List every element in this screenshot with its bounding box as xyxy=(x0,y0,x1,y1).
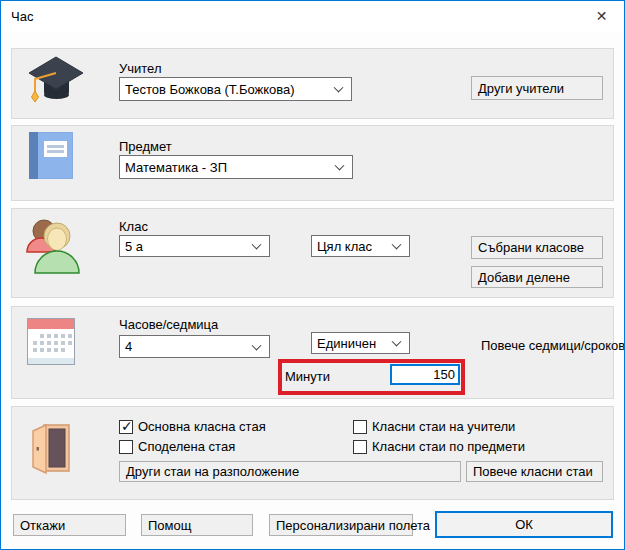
chevron-down-icon xyxy=(335,161,345,171)
class-select-value: 5 а xyxy=(125,239,143,254)
students-icon xyxy=(21,216,83,274)
periods-select[interactable]: 4 xyxy=(119,335,270,358)
calendar-icon xyxy=(27,318,75,365)
subject-rooms-checkrow[interactable]: Класни стаи по предмети xyxy=(353,439,525,454)
subject-select-value: Математика - ЗП xyxy=(125,160,227,175)
class-scope-value: Цял клас xyxy=(317,239,372,254)
joint-classes-button[interactable]: Събрани класове xyxy=(471,236,603,259)
more-weeks-label[interactable]: Повече седмици/сроков xyxy=(481,338,625,353)
cancel-button[interactable]: Откажи xyxy=(13,514,126,536)
home-classroom-checkrow[interactable]: Основна класна стая xyxy=(119,419,266,434)
minutes-label: Минути xyxy=(285,369,330,384)
add-division-button[interactable]: Добави делене xyxy=(471,266,603,288)
section-rooms: Основна класна стая Споделена стая Класн… xyxy=(11,406,614,500)
subject-rooms-checkbox[interactable] xyxy=(353,440,367,454)
class-label: Клас xyxy=(119,219,148,234)
close-icon[interactable]: ✕ xyxy=(579,1,624,31)
book-icon xyxy=(29,132,73,179)
titlebar: Час ✕ xyxy=(1,1,624,31)
class-scope-select[interactable]: Цял клас xyxy=(311,235,410,257)
teacher-select-value: Тестов Божкова (Т.Божкова) xyxy=(125,82,295,97)
subject-rooms-label: Класни стаи по предмети xyxy=(372,439,525,454)
teacher-rooms-checkrow[interactable]: Класни стаи на учители xyxy=(353,419,515,434)
periods-label: Часове/седмица xyxy=(119,317,218,332)
other-rooms-button[interactable]: Други стаи на разположение xyxy=(119,461,461,482)
period-type-select[interactable]: Единичен xyxy=(311,332,410,354)
dialog-window: Час ✕ Учител Тестов Божкова (Т.Божкова) … xyxy=(0,0,625,550)
window-title: Час xyxy=(1,9,33,24)
teacher-rooms-label: Класни стаи на учители xyxy=(372,419,515,434)
other-teachers-button[interactable]: Други учители xyxy=(471,76,603,100)
section-subject: Предмет Математика - ЗП xyxy=(11,125,614,201)
periods-select-value: 4 xyxy=(125,339,132,354)
section-periods: Часове/седмица 4 Единичен Повече седмици… xyxy=(11,306,614,399)
home-classroom-label: Основна класна стая xyxy=(138,419,266,434)
more-rooms-button[interactable]: Повече класни стаи xyxy=(466,461,603,482)
help-button[interactable]: Помощ xyxy=(141,514,253,536)
chevron-down-icon xyxy=(392,337,402,347)
class-select[interactable]: 5 а xyxy=(119,235,270,257)
minutes-input[interactable] xyxy=(390,364,460,385)
teacher-select[interactable]: Тестов Божкова (Т.Божкова) xyxy=(119,77,352,101)
teacher-label: Учител xyxy=(119,61,162,76)
shared-room-label: Споделена стая xyxy=(138,439,235,454)
chevron-down-icon xyxy=(334,83,344,93)
home-classroom-checkbox[interactable] xyxy=(119,420,133,434)
subject-select[interactable]: Математика - ЗП xyxy=(119,155,353,179)
section-class: Клас 5 а Цял клас Събрани класове Добави… xyxy=(11,208,614,298)
ok-button[interactable]: ОК xyxy=(435,511,613,538)
chevron-down-icon xyxy=(252,240,262,250)
section-teacher: Учител Тестов Божкова (Т.Божкова) Други … xyxy=(11,48,614,119)
chevron-down-icon xyxy=(252,340,262,350)
chevron-down-icon xyxy=(392,240,402,250)
shared-room-checkbox[interactable] xyxy=(119,440,133,454)
shared-room-checkrow[interactable]: Споделена стая xyxy=(119,439,235,454)
period-type-value: Единичен xyxy=(317,336,376,351)
graduation-cap-icon xyxy=(26,55,86,105)
subject-label: Предмет xyxy=(119,139,172,154)
teacher-rooms-checkbox[interactable] xyxy=(353,420,367,434)
custom-fields-button[interactable]: Персонализирани полета xyxy=(269,514,413,536)
door-icon xyxy=(32,423,70,475)
